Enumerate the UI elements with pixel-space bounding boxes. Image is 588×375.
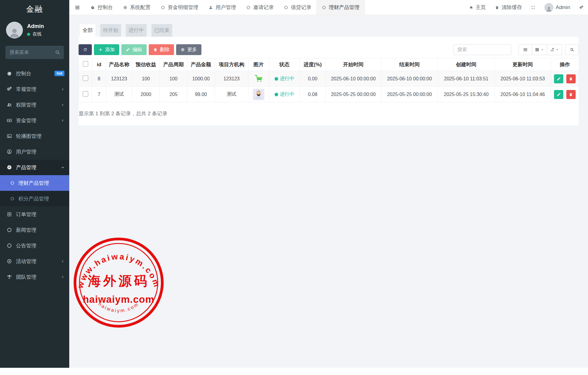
svg-text:haiwaiym.com: haiwaiym.com [98,301,140,313]
sidebar-item-news[interactable]: 新闻管理 [0,222,69,238]
filter-tab-finished[interactable]: 已结束 [151,24,172,37]
filter-tab-all[interactable]: 全部 [80,24,95,37]
svg-text:www.haiwaiym.com: www.haiwaiym.com [76,252,162,290]
status-badge: 进行中 [275,76,294,82]
cogs-icon [579,5,583,10]
settings-menu[interactable] [575,0,588,15]
circle-icon [7,243,12,248]
status-dot-icon [275,93,278,96]
sidebar-item-products[interactable]: 产品管理 [0,160,69,175]
brand-title: 金融 [26,4,43,14]
status-dot-icon [275,77,278,81]
header-estimated-profit: 预估收益 [132,58,160,71]
topnav-tab-finance-products[interactable]: 理财产品管理 [316,0,365,15]
expand-icon [531,5,535,10]
refresh-icon [83,48,87,52]
top-navbar: 控制台 系统配置 资金明细管理 用户管理 邀请记录 借贷记录 理财产品管理 主页… [69,0,588,15]
topnav-tab-loan-records[interactable]: 借贷记录 [279,0,316,15]
chevron-down-icon [61,166,64,169]
circle-icon [7,227,12,233]
columns-button[interactable] [532,44,547,55]
list-icon [7,212,12,217]
detail-view-button[interactable] [518,44,532,55]
filter-tab-pending[interactable]: 待开始 [100,24,121,37]
topnav-tab-user-management[interactable]: 用户管理 [204,0,241,15]
products-table: id 产品名称 预估收益 产品周期 产品金额 项目方机构 图片 状态 进度(%)… [79,58,579,102]
sidebar-item-activities[interactable]: 活动管理 [0,253,69,269]
sidebar-item-funds[interactable]: 资金管理 [0,113,69,128]
table-search-input[interactable] [453,44,511,55]
chevron-left-icon [61,275,64,279]
product-p-icon [7,165,12,170]
brand-logo[interactable]: 金融 [0,0,69,18]
filter-tab-ongoing[interactable]: 进行中 [126,24,147,37]
person-icon [546,5,552,12]
chevron-left-icon [61,119,64,122]
clear-cache-link[interactable]: 清除缓存 [490,0,527,15]
sidebar-item-permission[interactable]: 权限管理 [0,97,69,113]
edit-button[interactable]: 编辑 [121,44,147,55]
chevron-left-icon [61,88,64,91]
sidebar-item-teams[interactable]: 团队管理 [0,269,69,285]
header-product-amount: 产品金额 [187,58,215,71]
circle-icon [10,197,14,201]
row-edit-button[interactable] [554,74,563,83]
trash-icon [495,5,499,10]
sidebar-item-dashboard[interactable]: 控制台 hot [0,66,69,81]
row-checkbox[interactable] [83,91,88,97]
user-menu[interactable]: Admin [540,0,575,15]
row-checkbox[interactable] [83,76,88,81]
add-button[interactable]: 添加 [94,44,119,55]
table-card: 添加 编辑 删除 更多 [79,37,579,126]
topnav-tab-dashboard[interactable]: 控制台 [86,0,118,15]
sidebar-search [5,46,64,59]
header-status: 状态 [269,58,300,71]
caret-down-icon [555,48,559,51]
delete-button[interactable]: 删除 [149,44,174,55]
topnav-tab-invite-records[interactable]: 邀请记录 [241,0,279,15]
chevron-left-icon [61,260,64,263]
sidebar-item-carousel[interactable]: 轮播图管理 [0,128,69,144]
dashboard-icon [7,71,12,76]
topnav-tab-fund-details[interactable]: 资金明细管理 [156,0,204,15]
search-icon [570,48,574,52]
trash-icon [569,77,573,81]
stamp-center-en: haiwaiym.com [83,294,154,305]
table-toolbar: 添加 编辑 删除 更多 [79,37,579,55]
row-delete-button[interactable] [566,90,576,99]
hot-badge: hot [54,71,64,76]
more-button[interactable]: 更多 [176,44,201,55]
search-button[interactable] [565,44,579,55]
circle-icon [246,5,250,10]
pencil-icon [557,77,561,81]
select-all-checkbox[interactable] [83,61,88,67]
header-image: 图片 [248,58,269,71]
circle-icon [284,5,288,10]
sidebar-item-users[interactable]: 用户管理 [0,144,69,160]
header-start-time: 开始时间 [326,58,381,71]
avatar [544,3,553,12]
sidebar-item-finance-products[interactable]: 理财产品管理 [0,175,69,191]
trash-icon [153,48,157,52]
dot-circle-icon [7,259,12,264]
home-link[interactable]: 主页 [465,0,490,15]
row-edit-button[interactable] [554,90,563,99]
view-button-group [518,44,562,55]
refresh-button[interactable] [79,44,92,55]
sidebar-toggle-button[interactable] [69,0,86,15]
sidebar-item-announcements[interactable]: 公告管理 [0,238,69,253]
sidebar-item-points-products[interactable]: 积分产品管理 [0,191,69,206]
topnav-tab-system-config[interactable]: 系统配置 [118,0,156,15]
avatar-image[interactable] [253,89,264,100]
row-delete-button[interactable] [566,74,576,83]
sidebar-item-orders[interactable]: 订单管理 [0,206,69,222]
users-icon [7,102,12,107]
main-area: 控制台 系统配置 资金明细管理 用户管理 邀请记录 借贷记录 理财产品管理 主页… [69,0,588,126]
sidebar-item-general[interactable]: 常规管理 [0,81,69,97]
user-panel: Admin 在线 [0,18,69,44]
header-project-org: 项目方机构 [215,58,248,71]
export-button[interactable] [547,44,562,55]
topnav-tabs: 控制台 系统配置 资金明细管理 用户管理 邀请记录 借贷记录 理财产品管理 [86,0,365,15]
cart-image[interactable] [253,73,264,85]
fullscreen-button[interactable] [527,0,540,15]
